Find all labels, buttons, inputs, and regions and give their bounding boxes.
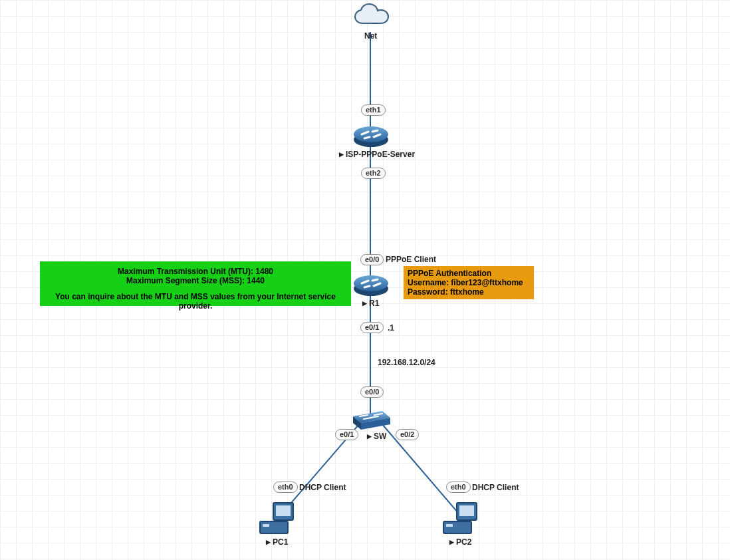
svg-rect-22 (263, 524, 269, 527)
pc1-label: ▶PC1 (266, 537, 288, 547)
pc2-dhcp-text: DHCP Client (472, 483, 519, 492)
router-icon[interactable] (352, 122, 390, 149)
svg-line-5 (372, 130, 378, 132)
auth-note-box: PPPoE Authentication Username: fiber123@… (404, 266, 534, 299)
mtu-line-1: Maximum Transmission Unit (MTU): 1480 (43, 267, 348, 276)
mtu-line-3: You can inquire about the MTU and MSS va… (43, 292, 348, 311)
iface-pc2-eth0: eth0 (446, 482, 471, 493)
iface-r1-e01: e0/1 (360, 322, 384, 333)
isp-label: ▶ISP-PPPoE-Server (339, 150, 415, 159)
svg-rect-26 (446, 524, 453, 527)
router-icon[interactable] (352, 271, 390, 298)
svg-rect-21 (260, 521, 288, 533)
net-label: Net (364, 31, 377, 41)
play-icon: ▶ (367, 433, 372, 440)
sw-label: ▶SW (367, 432, 386, 441)
play-icon: ▶ (266, 539, 271, 545)
svg-point-7 (354, 275, 388, 291)
pppoe-client-text: PPPoE Client (386, 255, 436, 264)
switch-icon[interactable] (350, 407, 392, 432)
svg-line-11 (372, 279, 378, 281)
subnet-text: 192.168.12.0/24 (378, 358, 435, 367)
play-icon: ▶ (449, 539, 454, 545)
iface-isp-eth1: eth1 (361, 104, 386, 116)
iface-sw-e01: e0/1 (335, 429, 358, 440)
iface-r1-e00: e0/0 (360, 254, 384, 265)
dot1-text: .1 (388, 323, 394, 333)
cloud-icon[interactable] (353, 3, 390, 31)
iface-sw-e00: e0/0 (360, 386, 384, 398)
svg-line-4 (364, 137, 370, 138)
svg-rect-25 (443, 521, 471, 533)
auth-line-3: Password: fttxhome (408, 287, 533, 297)
svg-point-1 (354, 126, 388, 142)
iface-isp-eth2: eth2 (361, 168, 386, 179)
pc2-label: ▶PC2 (449, 537, 471, 547)
pc-icon[interactable] (259, 501, 297, 536)
iface-sw-e02: e0/2 (396, 429, 419, 440)
pc1-dhcp-text: DHCP Client (299, 483, 346, 492)
auth-line-2: Username: fiber123@fttxhome (408, 278, 533, 287)
auth-line-1: PPPoE Authentication (408, 269, 533, 278)
svg-line-10 (364, 286, 370, 287)
r1-label: ▶R1 (362, 299, 379, 308)
iface-pc1-eth0: eth0 (273, 482, 298, 493)
play-icon: ▶ (339, 151, 344, 158)
play-icon: ▶ (362, 300, 367, 307)
svg-rect-20 (276, 505, 291, 516)
pc-icon[interactable] (442, 501, 481, 536)
mtu-note-box: Maximum Transmission Unit (MTU): 1480 Ma… (40, 261, 351, 306)
mtu-line-2: Maximum Segment Size (MSS): 1440 (43, 276, 348, 285)
svg-rect-24 (459, 505, 474, 516)
